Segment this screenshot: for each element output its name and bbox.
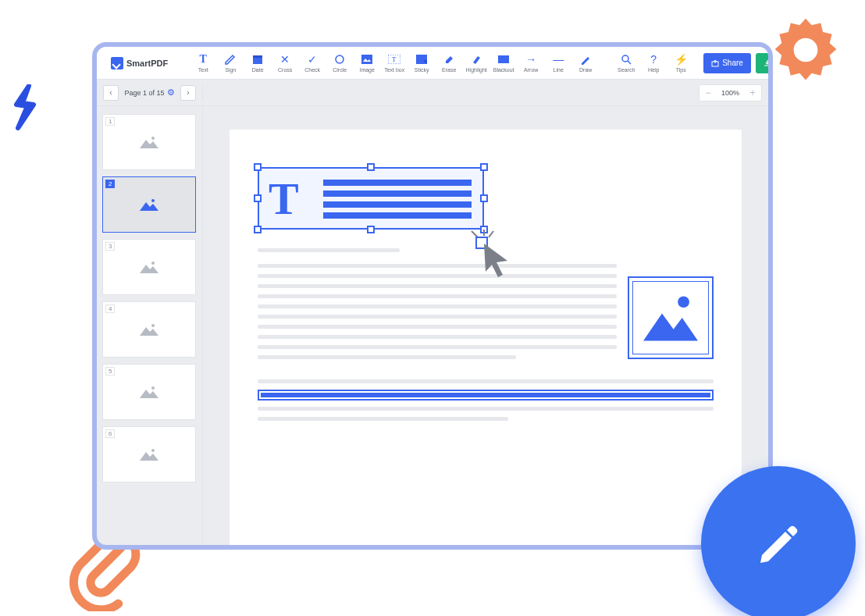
text-line [258,264,617,268]
text-icon: T [197,53,209,66]
textbox-letter: T [269,176,299,222]
zoom-value: 100% [717,89,744,97]
check-icon: ✓ [306,53,319,66]
thumb-preview-icon [138,197,160,212]
text-line [258,248,400,252]
zoom-in-button[interactable]: + [744,87,761,98]
resize-handle[interactable] [480,226,488,233]
tool-arrow[interactable]: →Arrow [518,48,544,78]
text-line [258,294,617,298]
thumb-number: 3 [105,242,115,251]
tool-image[interactable]: Image [354,48,380,78]
main-area: 123456 [97,106,768,545]
thumbnail-page[interactable]: 1 [102,114,196,170]
resize-handle[interactable] [254,194,262,202]
resize-handle[interactable] [367,226,375,233]
svg-rect-1 [253,55,262,58]
tool-check[interactable]: ✓Check [299,48,326,78]
thumbnail-page[interactable]: 6 [102,426,196,482]
resize-handle[interactable] [480,194,488,202]
tool-group-annotate: TText Sign Date ✕Cross ✓Check Circle Ima… [190,48,599,78]
text-line [258,284,617,288]
text-line [258,379,714,383]
sub-toolbar: ‹ Page 1 of 15⚙ › − 100% + [97,80,768,106]
svg-point-16 [151,449,155,452]
highlighter-icon [470,53,482,66]
thumb-number: 4 [105,304,115,313]
tool-tips[interactable]: ⚡Tips [667,48,694,78]
edit-fab[interactable] [701,466,856,616]
text-line [258,355,516,359]
resize-handle[interactable] [480,163,488,171]
text-bar [323,180,472,186]
zoom-control: − 100% + [699,84,762,101]
thumbnail-page[interactable]: 2 [102,176,196,233]
download-button[interactable]: Download pdf [756,53,773,73]
textbox-element[interactable]: T [258,167,484,230]
text-line [258,407,714,411]
next-page-button[interactable]: › [180,85,196,101]
thumbnail-page[interactable]: 5 [102,364,196,420]
document-page[interactable]: T [230,130,742,545]
tool-sign[interactable]: Sign [217,48,244,78]
decoration-gear-icon [768,12,843,87]
svg-point-15 [151,386,155,390]
sticky-icon [415,53,428,66]
tool-textbox[interactable]: TText box [381,48,408,78]
thumb-preview-icon [138,259,160,275]
tool-text[interactable]: TText [190,48,216,78]
sign-icon [224,53,237,66]
decoration-bolt-icon [6,84,42,131]
page-navigator: ‹ Page 1 of 15⚙ › [97,85,203,101]
tool-blackout[interactable]: Blackout [490,48,517,78]
thumb-preview-icon [138,322,160,337]
tool-sticky[interactable]: Sticky [408,48,435,78]
blackout-icon [497,53,510,66]
svg-point-2 [336,55,344,63]
thumbnail-page[interactable]: 4 [102,301,196,358]
tool-erase[interactable]: Erase [436,48,462,78]
tool-highlight[interactable]: Highlight [463,48,489,78]
text-bar [323,201,472,208]
tool-cross[interactable]: ✕Cross [272,48,298,78]
tool-draw[interactable]: Draw [572,48,599,78]
thumb-number: 1 [105,117,115,126]
prev-page-button[interactable]: ‹ [103,85,119,101]
tool-search[interactable]: Search [613,48,639,78]
tool-help[interactable]: ?Help [640,48,667,78]
text-line [258,335,617,339]
svg-rect-21 [476,237,487,248]
pencil-icon [579,53,592,66]
svg-line-20 [489,231,493,237]
thumb-number: 2 [105,180,115,188]
tool-date[interactable]: Date [244,48,271,78]
thumb-preview-icon [138,447,160,462]
svg-point-14 [151,324,155,327]
image-element[interactable] [628,276,714,359]
circle-icon [333,53,346,66]
pencil-icon [751,516,806,571]
text-line [258,315,617,319]
resize-handle[interactable] [367,163,375,171]
download-icon [764,59,770,67]
image-placeholder [632,281,709,354]
share-button[interactable]: Share [703,53,751,73]
zoom-out-button[interactable]: − [699,87,717,98]
tool-line[interactable]: —Line [545,48,571,78]
textbox-icon: T [388,53,400,66]
text-line [258,304,617,308]
selected-line[interactable] [258,390,714,401]
text-line [258,345,617,349]
arrow-icon: → [525,53,537,66]
svg-text:T: T [392,55,397,63]
text-bar [323,212,472,219]
resize-handle[interactable] [254,163,262,171]
thumbnail-panel: 123456 [97,106,203,545]
gear-icon[interactable]: ⚙ [167,87,175,98]
svg-line-9 [628,61,631,64]
tool-circle[interactable]: Circle [326,48,353,78]
resize-handle[interactable] [254,226,262,233]
thumb-number: 6 [105,429,115,438]
thumbnail-page[interactable]: 3 [102,239,196,295]
eraser-icon [443,53,455,66]
